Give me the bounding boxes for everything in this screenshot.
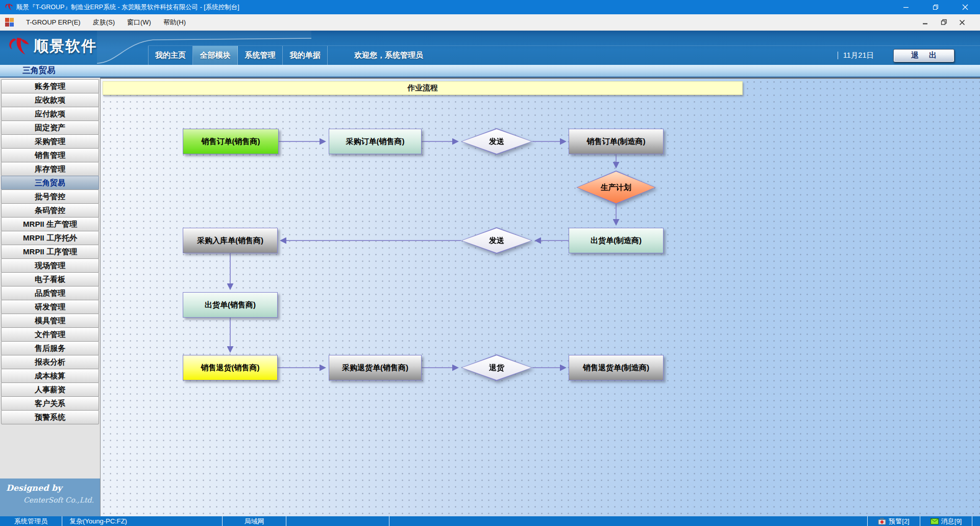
flow-node-purchase-return-seller[interactable]: 采购退货单(销售商) xyxy=(329,355,422,380)
restore-icon xyxy=(933,4,939,10)
flow-node-purchase-inbound-seller[interactable]: 采购入库单(销售商) xyxy=(183,228,278,253)
menu-item-skin[interactable]: 皮肤(S) xyxy=(87,15,121,30)
flow-node-label: 发送 xyxy=(489,137,504,147)
mdi-form-icon xyxy=(5,18,14,27)
tab-my-home[interactable]: 我的主页 xyxy=(148,46,193,65)
sidebar-item-purchasing[interactable]: 采购管理 xyxy=(1,134,99,149)
sidebar-item-receivables[interactable]: 应收款项 xyxy=(1,93,99,107)
sidebar-item-e-kanban[interactable]: 电子看板 xyxy=(1,272,99,286)
mdi-restore-button[interactable] xyxy=(938,17,949,28)
sidebar-item-lot-control[interactable]: 批号管控 xyxy=(1,189,99,204)
sidebar-item-hr-payroll[interactable]: 人事薪资 xyxy=(1,382,99,397)
status-spacer xyxy=(389,516,868,526)
menu-bar: T-GROUP ERP(E) 皮肤(S) 窗口(W) 帮助(H) xyxy=(0,14,980,31)
minimize-icon xyxy=(903,4,909,10)
alert-icon xyxy=(878,518,886,525)
sidebar-item-mrp2-production[interactable]: MRPII 生产管理 xyxy=(1,217,99,231)
status-bar: 系统管理员 复杂(Young-PC:FZ) 局域网 预警[2] 消息[9] xyxy=(0,516,980,526)
mdi-minimize-icon xyxy=(922,19,928,26)
header-right: 11月21日 退 出 xyxy=(838,46,980,65)
exit-button[interactable]: 退 出 xyxy=(893,49,954,62)
sidebar-item-crm[interactable]: 客户关系 xyxy=(1,396,99,411)
app-header: 顺景软件 我的主页 全部模块 系统管理 我的单据 欢迎您，系统管理员 11月21… xyxy=(0,31,980,65)
flow-node-send-1: 发送 xyxy=(461,128,532,155)
flow-node-label: 采购订单(销售商) xyxy=(346,137,405,147)
flow-node-label: 生产计划 xyxy=(601,183,631,193)
brand-logo-text: 顺景软件 xyxy=(34,36,97,57)
tab-my-documents[interactable]: 我的单据 xyxy=(283,46,328,65)
title-bar: 顺景『T-GROUP』制造业ERP系统 - 东莞顺景软件科技有限公司 - [系统… xyxy=(0,0,980,14)
flow-node-sales-return-seller[interactable]: 销售退货(销售商) xyxy=(183,355,278,380)
flow-node-label: 出货单(制造商) xyxy=(591,236,642,246)
sidebar-item-rnd[interactable]: 研发管理 xyxy=(1,300,99,314)
tab-all-modules[interactable]: 全部模块 xyxy=(193,46,238,65)
flow-node-label: 发送 xyxy=(489,236,504,246)
sidebar-item-quality[interactable]: 品质管理 xyxy=(1,286,99,300)
flow-node-label: 销售订单(销售商) xyxy=(202,137,260,147)
status-network: 局域网 xyxy=(223,516,286,526)
status-alerts-label: 预警[2] xyxy=(889,517,909,526)
sidebar-item-shopfloor[interactable]: 现场管理 xyxy=(1,258,99,273)
mdi-restore-icon xyxy=(941,19,947,26)
status-messages-label: 消息[9] xyxy=(941,517,962,526)
flow-node-sales-order-seller[interactable]: 销售订单(销售商) xyxy=(183,129,279,154)
mdi-window-controls xyxy=(920,17,975,28)
mdi-minimize-button[interactable] xyxy=(920,17,931,28)
sidebar-items: 账务管理 应收款项 应付款项 固定资产 采购管理 销售管理 库存管理 三角贸易 … xyxy=(0,78,100,479)
sidebar-item-sales[interactable]: 销售管理 xyxy=(1,148,99,162)
sidebar-item-mold[interactable]: 模具管理 xyxy=(1,314,99,328)
mdi-close-button[interactable] xyxy=(957,17,968,28)
close-icon xyxy=(962,4,968,10)
flow-node-label: 出货单(销售商) xyxy=(205,300,256,310)
flow-node-sales-return-mfr[interactable]: 销售退货单(制造商) xyxy=(569,355,664,380)
window-controls xyxy=(891,0,980,14)
module-sidebar: 账务管理 应收款项 应付款项 固定资产 采购管理 销售管理 库存管理 三角贸易 … xyxy=(0,78,101,516)
brand-logo-icon xyxy=(6,35,30,58)
module-title-bar: 三角贸易 xyxy=(0,65,980,78)
designed-by-line1: Designed by xyxy=(6,483,94,493)
window-title: 顺景『T-GROUP』制造业ERP系统 - 东莞顺景软件科技有限公司 - [系统… xyxy=(16,3,239,12)
flow-node-return-decision: 退货 xyxy=(461,354,532,381)
minimize-button[interactable] xyxy=(891,0,921,14)
sidebar-item-payables[interactable]: 应付款项 xyxy=(1,107,99,121)
sidebar-item-alert-system[interactable]: 预警系统 xyxy=(1,410,99,424)
mdi-close-icon xyxy=(959,19,965,26)
sidebar-item-barcode-control[interactable]: 条码管控 xyxy=(1,203,99,218)
sidebar-item-fixed-assets[interactable]: 固定资产 xyxy=(1,121,99,135)
flow-node-shipment-seller[interactable]: 出货单(销售商) xyxy=(183,292,278,318)
sidebar-item-triangle-trade[interactable]: 三角贸易 xyxy=(1,176,99,190)
menu-item-tgroup-erp[interactable]: T-GROUP ERP(E) xyxy=(20,16,87,29)
workflow-canvas: 作业流程 销售 xyxy=(101,78,980,516)
flow-node-label: 销售订单(制造商) xyxy=(587,137,646,147)
status-alerts[interactable]: 预警[2] xyxy=(868,516,920,526)
flow-node-label: 销售退货(销售商) xyxy=(201,363,260,373)
sidebar-item-mrp2-process[interactable]: MRPII 工序管理 xyxy=(1,245,99,259)
sidebar-item-report-analysis[interactable]: 报表分析 xyxy=(1,355,99,369)
flow-node-purchase-order-seller[interactable]: 采购订单(销售商) xyxy=(329,129,422,154)
status-messages[interactable]: 消息[9] xyxy=(920,516,972,526)
body-row: 账务管理 应收款项 应付款项 固定资产 采购管理 销售管理 库存管理 三角贸易 … xyxy=(0,78,980,516)
flow-node-shipment-mfr[interactable]: 出货单(制造商) xyxy=(569,228,664,253)
flow-node-label: 采购入库单(销售商) xyxy=(197,236,263,246)
sidebar-item-document[interactable]: 文件管理 xyxy=(1,327,99,342)
sidebar-item-inventory[interactable]: 库存管理 xyxy=(1,162,99,176)
menu-item-window[interactable]: 窗口(W) xyxy=(121,15,157,30)
brand-logo: 顺景软件 xyxy=(6,35,97,58)
flow-node-send-2: 发送 xyxy=(461,227,532,254)
sidebar-item-mrp2-outsourcing[interactable]: MRPII 工序托外 xyxy=(1,231,99,245)
flow-node-label: 采购退货单(销售商) xyxy=(342,363,408,373)
sidebar-item-cost-accounting[interactable]: 成本核算 xyxy=(1,369,99,383)
flow-node-sales-order-mfr[interactable]: 销售订单(制造商) xyxy=(569,129,664,154)
menu-item-help[interactable]: 帮助(H) xyxy=(157,15,192,30)
date-text: 11月21日 xyxy=(843,51,874,60)
sidebar-item-after-sales[interactable]: 售后服务 xyxy=(1,341,99,355)
designed-by-line2: CenterSoft Co.,Ltd. xyxy=(6,496,94,504)
close-button[interactable] xyxy=(950,0,980,14)
status-empty-segment xyxy=(286,516,389,526)
restore-button[interactable] xyxy=(921,0,950,14)
app-logo-icon xyxy=(4,3,13,12)
sidebar-item-accounting[interactable]: 账务管理 xyxy=(1,79,99,93)
header-date: 11月21日 xyxy=(838,51,874,60)
tab-system-admin[interactable]: 系统管理 xyxy=(238,46,283,65)
flow-node-label: 销售退货单(制造商) xyxy=(583,363,649,373)
